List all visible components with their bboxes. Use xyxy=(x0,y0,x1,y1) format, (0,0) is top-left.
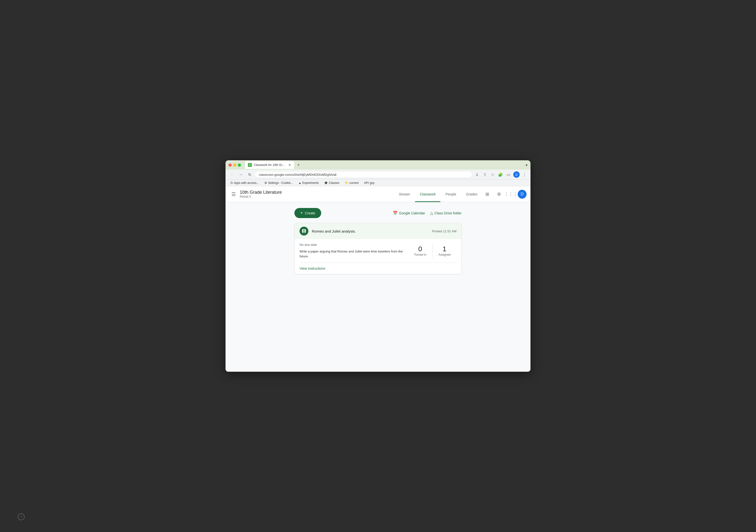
experiments-icon: ▲ xyxy=(298,181,301,185)
bookmark-gcp-label: gcp xyxy=(370,181,374,185)
card-header: Romeo and Juliet analysis. Posted 11:51 … xyxy=(295,223,461,239)
bookmark-apps[interactable]: G Apps with access... xyxy=(229,181,261,185)
maximize-window-button[interactable] xyxy=(238,164,241,167)
posted-time: Posted 11:51 AM xyxy=(432,229,456,233)
class-drive-folder-link[interactable]: △ Class Drive folder xyxy=(430,211,462,215)
content-area: + Create 📅 Google Calendar △ Class Drive… xyxy=(294,208,462,274)
bookmark-current[interactable]: 📁 current xyxy=(343,181,361,185)
google-calendar-label: Google Calendar xyxy=(399,211,425,215)
help-section: ? xyxy=(18,513,25,520)
app-content: ☰ 10th Grade Literature Period 3 Stream … xyxy=(226,186,530,372)
help-icon[interactable]: ? xyxy=(18,513,25,520)
extensions-icon[interactable]: 🧩 xyxy=(498,172,503,177)
assignment-type-icon xyxy=(300,227,309,235)
bookmarks-bar: G Apps with access... ⚙ Settings - Cooki… xyxy=(226,180,530,186)
assignment-card: Romeo and Juliet analysis. Posted 11:51 … xyxy=(294,223,462,274)
bookmark-classes[interactable]: 🎓 Classes xyxy=(322,181,341,185)
top-actions: + Create 📅 Google Calendar △ Class Drive… xyxy=(294,208,462,218)
traffic-lights xyxy=(229,164,241,167)
window-controls: ▾ xyxy=(526,163,527,168)
top-nav: ☰ 10th Grade Literature Period 3 Stream … xyxy=(226,186,530,202)
tab-people[interactable]: People xyxy=(441,186,461,202)
no-due-date: No due date xyxy=(300,243,408,247)
create-button[interactable]: + Create xyxy=(294,208,321,218)
bookmark-gcp[interactable]: API gcp xyxy=(362,181,377,185)
bookmark-experiments[interactable]: ▲ Experiments xyxy=(296,181,321,185)
create-button-label: Create xyxy=(305,211,315,215)
bookmark-experiments-label: Experiments xyxy=(302,181,319,185)
settings-icon: ⚙ xyxy=(264,181,267,185)
view-instructions-link[interactable]: View instructions xyxy=(300,266,325,270)
card-body: No due date Write a paper arguing that R… xyxy=(295,239,461,263)
card-body-left: No due date Write a paper arguing that R… xyxy=(300,243,408,259)
nav-tabs: Stream Classwork People Grades xyxy=(394,186,482,202)
tab-classwork[interactable]: Classwork xyxy=(415,186,441,202)
api-icon: API xyxy=(364,181,369,185)
back-button[interactable]: ← xyxy=(229,171,235,178)
address-bar: ← → ↻ ⇓ ⇧ ☆ 🧩 ▭ D ⋮ xyxy=(226,170,530,180)
google-calendar-link[interactable]: 📅 Google Calendar xyxy=(393,211,425,215)
close-window-button[interactable] xyxy=(229,164,232,167)
turned-in-stat: 0 Turned in xyxy=(408,243,432,258)
tab-title: Classwork for 10th Grade Liter… xyxy=(254,163,286,167)
plus-icon: + xyxy=(300,210,303,216)
bookmark-apps-label: Apps with access... xyxy=(234,181,259,185)
class-info: 10th Grade Literature Period 3 xyxy=(240,190,282,199)
turned-in-count: 0 xyxy=(414,245,426,253)
download-icon[interactable]: ⇓ xyxy=(474,172,480,177)
url-bar[interactable] xyxy=(255,172,472,178)
bookmark-current-label: current xyxy=(349,181,359,185)
assigned-count: 1 xyxy=(439,245,450,253)
address-bar-icons: ⇓ ⇧ ☆ 🧩 ▭ D ⋮ xyxy=(474,171,527,178)
display-options-button[interactable]: ⊞ xyxy=(482,189,492,199)
bookmark-icon[interactable]: ☆ xyxy=(490,172,496,177)
class-drive-folder-label: Class Drive folder xyxy=(435,211,462,215)
assignment-title: Romeo and Juliet analysis. xyxy=(312,229,356,233)
bookmark-classes-label: Classes xyxy=(329,181,339,185)
class-period: Period 3 xyxy=(240,195,282,199)
card-header-left: Romeo and Juliet analysis. xyxy=(300,227,356,235)
bookmark-settings-label: Settings - Cookie... xyxy=(268,181,293,185)
minimize-window-button[interactable] xyxy=(233,164,236,167)
dropdown-icon[interactable]: ▾ xyxy=(526,163,527,167)
tab-grades[interactable]: Grades xyxy=(461,186,482,202)
apps-button[interactable]: ⋮⋮⋮ xyxy=(506,189,516,199)
tab-close-button[interactable]: ✕ xyxy=(288,163,291,167)
assigned-stat: 1 Assigned xyxy=(433,243,456,258)
user-avatar-small[interactable]: D xyxy=(513,171,520,178)
class-name: 10th Grade Literature xyxy=(240,190,282,195)
assigned-label: Assigned xyxy=(439,253,450,256)
google-icon: G xyxy=(230,181,233,185)
assignment-description: Write a paper arguing that Romeo and Jul… xyxy=(300,249,408,259)
hamburger-menu-icon[interactable]: ☰ xyxy=(230,189,238,199)
sidebar-icon[interactable]: ▭ xyxy=(505,172,511,177)
tab-stream[interactable]: Stream xyxy=(394,186,415,202)
more-options-icon[interactable]: ⋮ xyxy=(522,172,527,177)
tab-bar: C Classwork for 10th Grade Liter… ✕ + xyxy=(245,161,524,169)
refresh-button[interactable]: ↻ xyxy=(246,171,253,178)
title-bar: C Classwork for 10th Grade Liter… ✕ + ▾ xyxy=(226,160,530,170)
user-avatar[interactable]: D xyxy=(518,190,526,199)
bookmark-settings[interactable]: ⚙ Settings - Cookie... xyxy=(262,181,295,185)
forward-button[interactable]: → xyxy=(237,171,244,178)
nav-icons: ⊞ ⚙ ⋮⋮⋮ D xyxy=(482,189,526,199)
classes-icon: 🎓 xyxy=(324,181,328,185)
calendar-icon: 📅 xyxy=(393,211,398,215)
card-footer: View instructions xyxy=(295,263,461,274)
assignment-stats: 0 Turned in 1 Assigned xyxy=(408,243,456,258)
turned-in-label: Turned in xyxy=(414,253,426,256)
main-content: + Create 📅 Google Calendar △ Class Drive… xyxy=(226,202,530,372)
share-icon[interactable]: ⇧ xyxy=(482,172,488,177)
tab-favicon: C xyxy=(248,163,252,167)
browser-tab-active[interactable]: C Classwork for 10th Grade Liter… ✕ xyxy=(245,161,294,169)
settings-button[interactable]: ⚙ xyxy=(494,189,504,199)
browser-window: C Classwork for 10th Grade Liter… ✕ + ▾ … xyxy=(226,160,530,372)
drive-icon: △ xyxy=(430,211,433,215)
folder-icon: 📁 xyxy=(345,181,348,185)
new-tab-button[interactable]: + xyxy=(295,162,302,169)
quick-links: 📅 Google Calendar △ Class Drive folder xyxy=(393,211,462,215)
